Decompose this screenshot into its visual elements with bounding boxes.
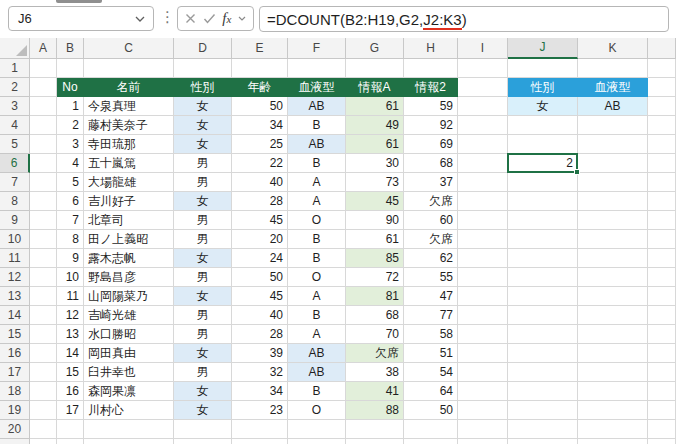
cell-D6[interactable]: 男 <box>174 154 232 173</box>
cell-I20[interactable] <box>458 420 508 439</box>
cell-B13[interactable]: 11 <box>57 287 84 306</box>
cell-B4[interactable]: 2 <box>57 116 84 135</box>
cell-E21[interactable] <box>232 439 288 444</box>
cell-D7[interactable]: 男 <box>174 173 232 192</box>
cell-E16[interactable]: 39 <box>232 344 288 363</box>
cell-G20[interactable] <box>346 420 404 439</box>
cell-F15[interactable]: A <box>288 325 346 344</box>
cell-F1[interactable] <box>288 59 346 78</box>
row-header-11[interactable]: 11 <box>0 249 30 268</box>
cell-H5[interactable]: 69 <box>404 135 458 154</box>
cell-J2[interactable]: 性別 <box>508 78 578 97</box>
cell-G9[interactable]: 90 <box>346 211 404 230</box>
cell-F3[interactable]: AB <box>288 97 346 116</box>
cell-C9[interactable]: 北章司 <box>84 211 174 230</box>
cell-D18[interactable]: 女 <box>174 382 232 401</box>
cell-B14[interactable]: 12 <box>57 306 84 325</box>
cell-K1[interactable] <box>578 59 648 78</box>
cell-K18[interactable] <box>578 382 648 401</box>
cell-F21[interactable] <box>288 439 346 444</box>
cell-F4[interactable]: B <box>288 116 346 135</box>
cell-J16[interactable] <box>508 344 578 363</box>
cell-D3[interactable]: 女 <box>174 97 232 116</box>
cell-B11[interactable]: 9 <box>57 249 84 268</box>
cell-G4[interactable]: 49 <box>346 116 404 135</box>
cell-K4[interactable] <box>578 116 648 135</box>
column-header-E[interactable]: E <box>232 38 288 59</box>
cell-G5[interactable]: 61 <box>346 135 404 154</box>
cell-B9[interactable]: 7 <box>57 211 84 230</box>
cell-H11[interactable]: 62 <box>404 249 458 268</box>
cell-I16[interactable] <box>458 344 508 363</box>
cell-K2[interactable]: 血液型 <box>578 78 648 97</box>
cell-B3[interactable]: 1 <box>57 97 84 116</box>
cell-L20[interactable] <box>648 420 676 439</box>
cell-F17[interactable]: AB <box>288 363 346 382</box>
cell-J8[interactable] <box>508 192 578 211</box>
cell-A8[interactable] <box>30 192 57 211</box>
cell-E7[interactable]: 40 <box>232 173 288 192</box>
cell-H20[interactable] <box>404 420 458 439</box>
row-header-10[interactable]: 10 <box>0 230 30 249</box>
cell-C5[interactable]: 寺田琉那 <box>84 135 174 154</box>
cell-G13[interactable]: 81 <box>346 287 404 306</box>
cell-D15[interactable]: 男 <box>174 325 232 344</box>
column-header-F[interactable]: F <box>288 38 346 59</box>
column-header-H[interactable]: H <box>404 38 458 59</box>
cell-L16[interactable] <box>648 344 676 363</box>
cell-A5[interactable] <box>30 135 57 154</box>
row-header-3[interactable]: 3 <box>0 97 30 116</box>
cell-A6[interactable] <box>30 154 57 173</box>
cell-G2[interactable]: 情報A <box>346 78 404 97</box>
cancel-icon[interactable] <box>185 13 196 24</box>
cell-H8[interactable]: 欠席 <box>404 192 458 211</box>
cell-C12[interactable]: 野島昌彦 <box>84 268 174 287</box>
cell-K13[interactable] <box>578 287 648 306</box>
cell-J7[interactable] <box>508 173 578 192</box>
cell-L13[interactable] <box>648 287 676 306</box>
cell-C2[interactable]: 名前 <box>84 78 174 97</box>
cell-L18[interactable] <box>648 382 676 401</box>
cell-A4[interactable] <box>30 116 57 135</box>
cell-C20[interactable] <box>84 420 174 439</box>
row-header-6[interactable]: 6 <box>0 154 30 173</box>
cell-A2[interactable] <box>30 78 57 97</box>
cell-H7[interactable]: 37 <box>404 173 458 192</box>
cell-A19[interactable] <box>30 401 57 420</box>
cell-B16[interactable]: 14 <box>57 344 84 363</box>
row-header-14[interactable]: 14 <box>0 306 30 325</box>
cell-L11[interactable] <box>648 249 676 268</box>
cell-J10[interactable] <box>508 230 578 249</box>
cell-L1[interactable] <box>648 59 676 78</box>
cell-G15[interactable]: 70 <box>346 325 404 344</box>
row-header-17[interactable]: 17 <box>0 363 30 382</box>
cell-G1[interactable] <box>346 59 404 78</box>
formula-input[interactable]: =DCOUNT(B2:H19,G2,J2:K3) <box>259 6 669 32</box>
cell-E8[interactable]: 28 <box>232 192 288 211</box>
cell-C7[interactable]: 大場龍雄 <box>84 173 174 192</box>
cell-E18[interactable]: 34 <box>232 382 288 401</box>
cell-D2[interactable]: 性別 <box>174 78 232 97</box>
cell-B6[interactable]: 4 <box>57 154 84 173</box>
cell-E11[interactable]: 24 <box>232 249 288 268</box>
cell-J3[interactable]: 女 <box>508 97 578 116</box>
cell-D21[interactable] <box>174 439 232 444</box>
cell-C16[interactable]: 岡田真由 <box>84 344 174 363</box>
cell-K11[interactable] <box>578 249 648 268</box>
row-header-7[interactable]: 7 <box>0 173 30 192</box>
cell-B12[interactable]: 10 <box>57 268 84 287</box>
cell-K17[interactable] <box>578 363 648 382</box>
cell-H4[interactable]: 92 <box>404 116 458 135</box>
cell-D9[interactable]: 男 <box>174 211 232 230</box>
cell-D5[interactable]: 女 <box>174 135 232 154</box>
cell-A3[interactable] <box>30 97 57 116</box>
cell-E15[interactable]: 28 <box>232 325 288 344</box>
cell-I14[interactable] <box>458 306 508 325</box>
cell-L7[interactable] <box>648 173 676 192</box>
cell-I21[interactable] <box>458 439 508 444</box>
cell-H17[interactable]: 54 <box>404 363 458 382</box>
cell-F11[interactable]: B <box>288 249 346 268</box>
row-header-16[interactable]: 16 <box>0 344 30 363</box>
cell-A12[interactable] <box>30 268 57 287</box>
column-header-K[interactable]: K <box>578 38 648 59</box>
